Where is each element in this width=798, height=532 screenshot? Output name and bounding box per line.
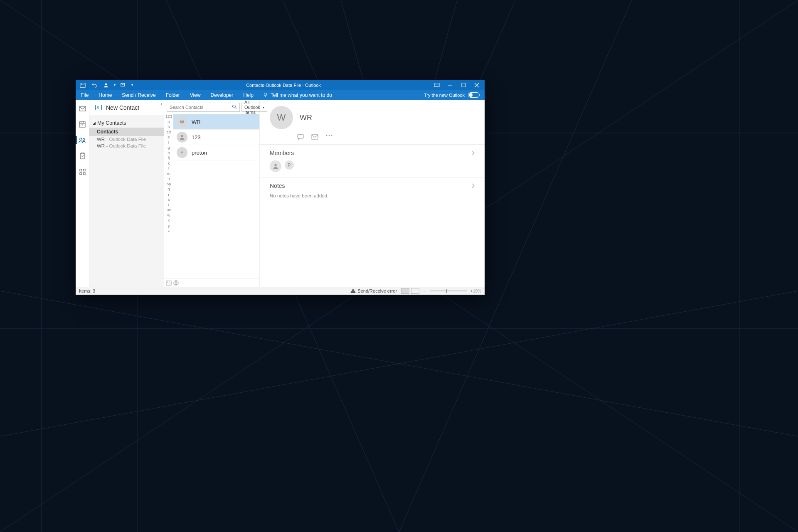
alpha-jump[interactable]: r	[168, 192, 169, 197]
calendar-icon	[79, 121, 86, 128]
alpha-jump[interactable]: g	[167, 145, 170, 150]
notes-section[interactable]: Notes No notes have been added.	[260, 177, 485, 203]
alpha-jump[interactable]: l	[168, 166, 169, 170]
alpha-jump[interactable]: y	[168, 224, 170, 228]
folder-wr-1[interactable]: WR - Outlook Data File	[89, 136, 164, 143]
svg-point-38	[326, 135, 328, 136]
status-send-receive-error[interactable]: Send/Receive error	[350, 288, 397, 293]
members-section[interactable]: Members P	[260, 144, 485, 177]
alpha-jump[interactable]: a	[167, 120, 170, 124]
search-icon[interactable]	[229, 104, 239, 111]
nav-calendar[interactable]	[76, 119, 89, 129]
scope-label: All Outlook Items	[244, 100, 260, 115]
list-footer	[164, 278, 259, 287]
card-icon[interactable]	[166, 281, 172, 286]
search-contacts-box[interactable]	[167, 103, 240, 112]
mail-icon	[311, 134, 318, 140]
alpha-jump[interactable]: w	[167, 213, 170, 217]
alpha-jump[interactable]: x	[168, 218, 170, 222]
contact-row-wr[interactable]: W WR	[173, 114, 259, 130]
qat-dropdown-icon[interactable]: ▾	[114, 83, 116, 87]
window-title: Contacts-Outlook Data File - Outlook	[136, 83, 431, 88]
menu-send-receive[interactable]: Send / Receive	[117, 90, 160, 100]
menu-folder[interactable]: Folder	[161, 90, 185, 100]
menu-file[interactable]: File	[76, 90, 94, 100]
tell-me-label: Tell me what you want to do	[271, 92, 332, 98]
folder-group-my-contacts[interactable]: ◢ My Contacts	[89, 118, 164, 128]
folder-wr-2[interactable]: WR - Outlook Data File	[89, 143, 164, 149]
alpha-jump[interactable]: t	[168, 203, 170, 207]
try-new-outlook-toggle[interactable]: Try the new Outlook	[424, 92, 485, 98]
title-bar: ▾ ▾ Contacts-Outlook Data File - Outlook	[76, 80, 485, 90]
alpha-jump[interactable]: k	[168, 161, 170, 165]
svg-rect-37	[312, 135, 318, 139]
alpha-jump[interactable]: 123	[165, 114, 172, 118]
alpha-index: 123 a b cd e f g h ij k l m n op q r s	[164, 113, 173, 278]
lightbulb-icon	[263, 92, 268, 98]
svg-rect-19	[461, 83, 465, 87]
status-error-label: Send/Receive error	[357, 288, 397, 293]
undo-icon[interactable]	[91, 81, 98, 89]
alpha-jump[interactable]: cd	[167, 130, 171, 134]
svg-rect-21	[79, 106, 86, 111]
avatar: P	[177, 147, 187, 158]
minimize-button[interactable]	[444, 80, 456, 90]
new-contact-button[interactable]: New Contact	[89, 100, 164, 115]
alpha-jump[interactable]: q	[167, 187, 170, 191]
alpha-jump[interactable]: op	[167, 182, 171, 186]
email-action[interactable]	[311, 134, 318, 140]
globe-icon[interactable]	[173, 280, 179, 286]
alpha-jump[interactable]: n	[167, 177, 170, 181]
alpha-jump[interactable]: f	[168, 140, 170, 145]
contact-row-proton[interactable]: P proton	[173, 145, 259, 160]
view-reading-button[interactable]	[411, 288, 419, 294]
nav-more[interactable]	[76, 167, 89, 177]
folder-suffix: - Outlook Data File	[106, 137, 146, 142]
nav-tasks[interactable]	[76, 151, 89, 161]
svg-rect-36	[298, 135, 303, 138]
contact-row-123[interactable]: 123	[173, 130, 259, 145]
nav-people[interactable]	[76, 135, 89, 145]
alpha-jump[interactable]: z	[168, 229, 170, 233]
menu-view[interactable]: View	[185, 90, 206, 100]
menu-help[interactable]: Help	[238, 90, 259, 100]
menu-bar: File Home Send / Receive Folder View Dev…	[76, 90, 485, 100]
qat-customize-icon[interactable]: ▾	[131, 83, 133, 87]
menu-developer[interactable]: Developer	[206, 90, 239, 100]
folder-contacts[interactable]: Contacts	[89, 128, 164, 136]
menu-home[interactable]: Home	[94, 90, 117, 100]
alpha-jump[interactable]: ij	[168, 156, 170, 160]
tell-me-search[interactable]: Tell me what you want to do	[259, 92, 336, 98]
svg-point-24	[83, 138, 85, 140]
alpha-jump[interactable]: e	[167, 135, 170, 139]
send-receive-icon[interactable]	[120, 81, 127, 89]
qat-save-icon[interactable]	[79, 81, 86, 89]
contact-list: W WR 123 P proton	[173, 113, 259, 278]
new-contact-icon	[95, 105, 102, 110]
user-icon[interactable]	[102, 81, 110, 89]
alpha-jump[interactable]: s	[168, 197, 170, 202]
notes-placeholder: No notes have been added.	[270, 193, 475, 198]
more-icon	[326, 134, 332, 137]
member-avatar[interactable]	[270, 160, 281, 172]
close-button[interactable]	[470, 80, 483, 90]
svg-rect-18	[434, 83, 439, 86]
collapse-pane-icon[interactable]: ‹	[161, 102, 162, 106]
member-avatar[interactable]: P	[285, 160, 294, 170]
alpha-jump[interactable]: m	[167, 172, 170, 176]
search-input[interactable]	[167, 105, 229, 110]
maximize-button[interactable]	[457, 80, 470, 90]
nav-mail[interactable]	[76, 103, 89, 113]
chat-action[interactable]	[297, 134, 304, 140]
zoom-out-button[interactable]: −	[424, 288, 426, 293]
svg-rect-15	[80, 83, 85, 87]
contact-list-pane: All Outlook Items ▾ 123 a b cd e f g h i…	[164, 100, 260, 287]
ribbon-display-icon[interactable]	[431, 80, 443, 90]
more-action[interactable]	[326, 134, 332, 140]
alpha-jump[interactable]: h	[167, 151, 170, 155]
zoom-slider[interactable]	[430, 291, 467, 291]
svg-rect-43	[353, 292, 353, 292]
view-normal-button[interactable]	[401, 288, 409, 294]
alpha-jump[interactable]: b	[167, 125, 170, 129]
alpha-jump[interactable]: uv	[167, 208, 171, 212]
